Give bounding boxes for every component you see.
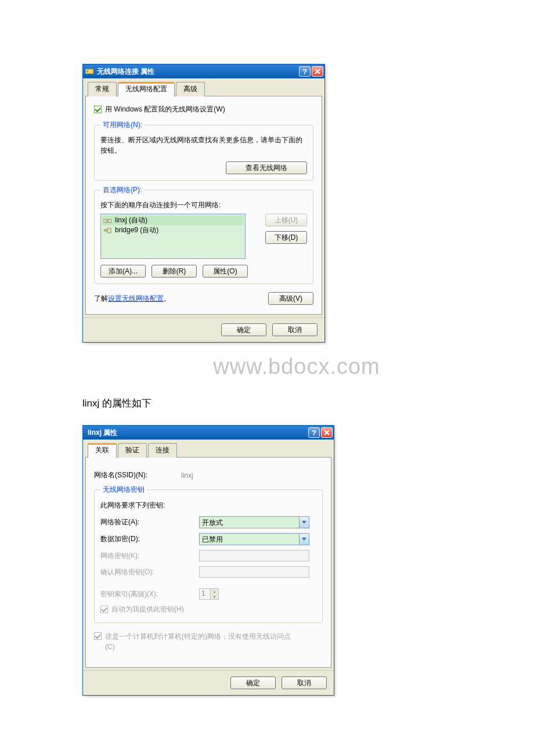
- svg-rect-3: [108, 219, 111, 222]
- add-button[interactable]: 添加(A)...: [100, 265, 146, 278]
- dialog-icon: [85, 67, 93, 75]
- properties-button[interactable]: 属性(O): [203, 265, 248, 278]
- requires-key-text: 此网络要求下列密钥:: [100, 501, 316, 510]
- help-button[interactable]: ?: [308, 427, 320, 438]
- tab-panel: 网络名(SSID)(N): linxj 无线网络密钥 此网络要求下列密钥: 网络…: [85, 457, 331, 668]
- dialog-title: linxj 属性: [88, 428, 307, 438]
- confirm-key-input: [199, 566, 309, 578]
- move-up-button[interactable]: 上移(U): [265, 214, 307, 226]
- data-encryption-value: 已禁用: [200, 534, 299, 545]
- infra-network-icon: [103, 227, 111, 234]
- ok-button[interactable]: 确定: [230, 676, 276, 689]
- preferred-networks-group: 首选网络(P): 按下面的顺序自动连接到一个可用网络: linxj (自动): [94, 185, 313, 284]
- tab-wireless[interactable]: 无线网络配置: [118, 82, 175, 97]
- tab-connection[interactable]: 连接: [148, 443, 177, 458]
- help-button[interactable]: ?: [299, 66, 311, 77]
- list-item[interactable]: bridge9 (自动): [102, 225, 244, 235]
- dropdown-arrow-icon: [299, 517, 309, 528]
- available-networks-legend: 可用网络(N):: [100, 120, 145, 130]
- dialog-footer: 确定 取消: [83, 670, 334, 695]
- data-encryption-label: 数据加密(D):: [100, 534, 199, 544]
- tab-general[interactable]: 常规: [88, 82, 117, 96]
- dialog-title: 无线网络连接 属性: [97, 67, 298, 77]
- preferred-networks-text: 按下面的顺序自动连接到一个可用网络:: [100, 200, 307, 210]
- ok-button[interactable]: 确定: [221, 323, 266, 336]
- advanced-button[interactable]: 高级(V): [268, 292, 313, 305]
- close-button[interactable]: [321, 427, 333, 438]
- view-wireless-button[interactable]: 查看无线网络: [226, 161, 307, 174]
- tab-advanced[interactable]: 高级: [176, 82, 205, 96]
- cancel-button[interactable]: 取消: [282, 676, 327, 689]
- learn-text: 了解设置无线网络配置。: [94, 294, 171, 304]
- network-key-label: 网络密钥(K):: [100, 551, 199, 561]
- auto-provide-key-checkbox: [100, 606, 108, 613]
- tab-association[interactable]: 关联: [88, 443, 117, 458]
- network-key-input: [199, 550, 309, 561]
- preferred-networks-list[interactable]: linxj (自动) bridge9 (自动): [100, 214, 246, 259]
- adhoc-checkbox: [94, 632, 102, 640]
- wireless-key-legend: 无线网络密钥: [100, 485, 147, 495]
- network-auth-select[interactable]: 开放式: [199, 516, 309, 528]
- spinner-buttons: ▲▼: [210, 589, 218, 599]
- svg-rect-1: [86, 70, 88, 73]
- learn-link[interactable]: 设置无线网络配置: [108, 294, 164, 303]
- watermark-text: www.bdocx.com: [59, 354, 534, 379]
- tab-strip: 关联 验证 连接: [85, 442, 331, 458]
- wireless-key-group: 无线网络密钥 此网络要求下列密钥: 网络验证(A): 开放式 数据加密(D):: [94, 485, 323, 623]
- wireless-connection-properties-dialog: 无线网络连接 属性 ? 常规 无线网络配置 高级 用 Windows 配置我的无…: [82, 64, 325, 343]
- use-windows-label: 用 Windows 配置我的无线网络设置(W): [105, 105, 225, 114]
- preferred-networks-legend: 首选网络(P):: [100, 185, 144, 195]
- titlebar[interactable]: linxj 属性 ?: [83, 426, 334, 440]
- available-networks-group: 可用网络(N): 要连接、断开区域内无线网络或查找有关更多信息，请单击下面的按钮…: [94, 120, 313, 181]
- list-item-label: linxj (自动): [115, 215, 147, 225]
- auto-provide-key-label: 自动为我提供此密钥(H): [111, 604, 184, 614]
- titlebar[interactable]: 无线网络连接 属性 ?: [83, 64, 324, 78]
- tab-panel: 用 Windows 配置我的无线网络设置(W) 可用网络(N): 要连接、断开区…: [85, 96, 322, 315]
- cancel-button[interactable]: 取消: [272, 323, 317, 336]
- svg-rect-4: [107, 228, 111, 233]
- close-button[interactable]: [312, 66, 323, 77]
- key-index-label: 密钥索引(高级)(X):: [100, 589, 199, 599]
- network-auth-value: 开放式: [200, 517, 299, 528]
- svg-rect-2: [103, 219, 107, 222]
- network-auth-label: 网络验证(A):: [100, 517, 199, 527]
- use-windows-checkbox[interactable]: [94, 106, 102, 113]
- list-item-label: bridge9 (自动): [115, 225, 158, 235]
- move-down-button[interactable]: 下移(D): [265, 231, 307, 244]
- caption-text: linxj 的属性如下: [82, 397, 534, 410]
- remove-button[interactable]: 删除(R): [151, 265, 197, 278]
- tab-authentication[interactable]: 验证: [118, 443, 147, 458]
- adhoc-label: 这是一个计算机到计算机(特定的)网络；没有使用无线访问点(C): [105, 631, 297, 652]
- ssid-value: linxj: [181, 471, 193, 480]
- data-encryption-select[interactable]: 已禁用: [199, 533, 309, 545]
- confirm-key-label: 确认网络密钥(O):: [100, 567, 199, 577]
- adhoc-network-icon: [103, 217, 111, 224]
- linxj-properties-dialog: linxj 属性 ? 关联 验证 连接 网络名(SSID)(N): linxj …: [82, 425, 334, 696]
- dialog-footer: 确定 取消: [83, 317, 324, 342]
- key-index-value: 1: [200, 589, 210, 599]
- ssid-label: 网络名(SSID)(N):: [94, 470, 181, 480]
- available-networks-text: 要连接、断开区域内无线网络或查找有关更多信息，请单击下面的按钮。: [100, 135, 307, 156]
- tab-strip: 常规 无线网络配置 高级: [85, 81, 322, 96]
- list-item[interactable]: linxj (自动): [102, 215, 244, 225]
- key-index-spinner: 1 ▲▼: [199, 588, 219, 600]
- dropdown-arrow-icon: [299, 534, 309, 545]
